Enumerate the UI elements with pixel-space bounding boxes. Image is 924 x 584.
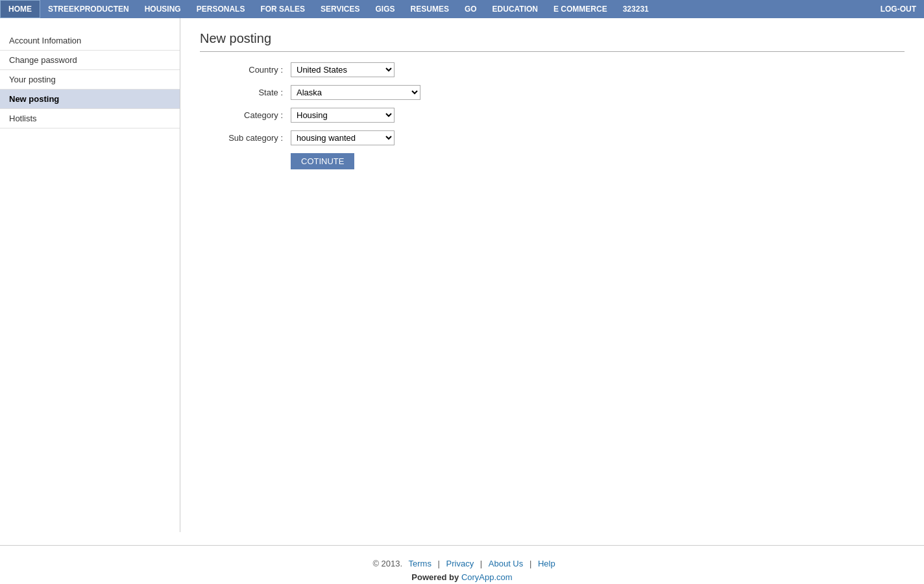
nav-item-personals[interactable]: PERSONALS <box>189 0 253 18</box>
subcategory-label: Sub category : <box>200 133 291 143</box>
country-row: Country : United StatesCanadaUnited King… <box>200 62 905 77</box>
subcategory-select[interactable]: housing wantedhousing offeredhousing swa… <box>291 130 395 145</box>
page-wrapper: Account Infomation Change password Your … <box>0 18 924 532</box>
footer-sep-1: | <box>438 559 443 568</box>
subcategory-row: Sub category : housing wantedhousing off… <box>200 130 905 145</box>
state-label: State : <box>200 88 291 97</box>
nav-logout[interactable]: LOG-OUT <box>873 0 924 18</box>
footer-help[interactable]: Help <box>538 559 555 568</box>
state-select[interactable]: AlaskaAlabamaArizonaCaliforniaFloridaNew… <box>291 85 420 100</box>
footer: © 2013. Terms | Privacy | About Us | Hel… <box>0 545 924 584</box>
sidebar-link-your-posting[interactable]: Your posting <box>0 70 180 90</box>
footer-sep-2: | <box>480 559 485 568</box>
country-label: Country : <box>200 65 291 75</box>
footer-powered-link[interactable]: CoryApp.com <box>461 572 513 582</box>
sidebar: Account Infomation Change password Your … <box>0 18 180 532</box>
nav-item-home[interactable]: HOME <box>0 0 40 18</box>
sidebar-item-change-password[interactable]: Change password <box>0 51 180 70</box>
footer-copyright: © 2013. <box>372 559 402 568</box>
nav-item-gigs[interactable]: GIGS <box>368 0 403 18</box>
footer-about[interactable]: About Us <box>489 559 523 568</box>
nav-item-323231[interactable]: 323231 <box>615 0 657 18</box>
footer-terms[interactable]: Terms <box>409 559 432 568</box>
country-select[interactable]: United StatesCanadaUnited KingdomAustral… <box>291 62 395 77</box>
nav-item-streekproducten[interactable]: STREEKPRODUCTEN <box>40 0 137 18</box>
sidebar-link-account-info[interactable]: Account Infomation <box>0 31 180 51</box>
nav-item-ecommerce[interactable]: E COMMERCE <box>546 0 615 18</box>
nav-item-go[interactable]: GO <box>457 0 485 18</box>
sidebar-item-new-posting[interactable]: New posting <box>0 90 180 109</box>
sidebar-item-account-info[interactable]: Account Infomation <box>0 31 180 51</box>
nav-item-housing[interactable]: HOUSING <box>137 0 189 18</box>
sidebar-link-new-posting[interactable]: New posting <box>0 90 180 109</box>
continue-button[interactable]: COTINUTE <box>291 153 354 169</box>
page-title: New posting <box>200 31 905 52</box>
category-label: Category : <box>200 110 291 120</box>
footer-privacy[interactable]: Privacy <box>446 559 474 568</box>
category-row: Category : HousingJobsFor SaleServicesPe… <box>200 108 905 123</box>
footer-sep-3: | <box>529 559 534 568</box>
footer-links: © 2013. Terms | Privacy | About Us | Hel… <box>0 559 924 568</box>
continue-row: COTINUTE <box>200 153 905 169</box>
nav-item-resumes[interactable]: RESUMES <box>403 0 457 18</box>
footer-powered: Powered by CoryApp.com <box>0 572 924 582</box>
main-content: New posting Country : United StatesCanad… <box>180 18 924 532</box>
nav-item-forsales[interactable]: FOR SALES <box>252 0 313 18</box>
category-select[interactable]: HousingJobsFor SaleServicesPersonals <box>291 108 395 123</box>
nav-item-education[interactable]: EDUCATION <box>485 0 546 18</box>
sidebar-item-your-posting[interactable]: Your posting <box>0 70 180 90</box>
footer-powered-text: Powered by <box>411 572 461 582</box>
sidebar-link-hotlists[interactable]: Hotlists <box>0 109 180 128</box>
sidebar-link-change-password[interactable]: Change password <box>0 51 180 70</box>
nav-item-services[interactable]: SERVICES <box>313 0 367 18</box>
main-nav: HOME STREEKPRODUCTEN HOUSING PERSONALS F… <box>0 0 924 18</box>
new-posting-form: Country : United StatesCanadaUnited King… <box>200 62 905 169</box>
state-row: State : AlaskaAlabamaArizonaCaliforniaFl… <box>200 85 905 100</box>
sidebar-item-hotlists[interactable]: Hotlists <box>0 109 180 128</box>
